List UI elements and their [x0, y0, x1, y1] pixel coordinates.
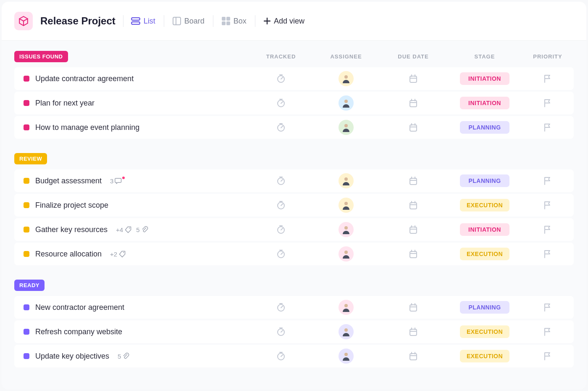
assignee-cell[interactable]	[312, 95, 380, 111]
tracked-cell[interactable]	[249, 249, 312, 259]
stage-pill[interactable]: EXECUTION	[460, 325, 509, 338]
assignee-avatar[interactable]	[339, 173, 354, 188]
assignee-avatar[interactable]	[339, 349, 354, 364]
status-dot-icon[interactable]	[24, 202, 29, 208]
priority-cell[interactable]	[522, 98, 573, 108]
stage-cell[interactable]: PLANNING	[447, 121, 522, 134]
task-row[interactable]: Gather key resources+45INITIATION	[14, 218, 574, 241]
task-row[interactable]: Plan for next yearINITIATION	[14, 92, 574, 114]
task-row[interactable]: Finalize project scopeEXECUTION	[14, 194, 574, 217]
priority-cell[interactable]	[522, 225, 573, 234]
group-badge[interactable]: REVIEW	[14, 153, 47, 164]
task-title[interactable]: Update key objectives	[35, 352, 109, 361]
due-date-cell[interactable]	[380, 176, 447, 185]
tracked-cell[interactable]	[249, 74, 312, 83]
due-date-cell[interactable]	[380, 327, 447, 336]
stage-pill[interactable]: INITIATION	[460, 97, 509, 109]
task-title[interactable]: Refresh company website	[35, 328, 122, 336]
task-title[interactable]: Resource allocation	[35, 250, 102, 259]
group-badge[interactable]: ISSUES FOUND	[14, 51, 68, 62]
stage-cell[interactable]: EXECUTION	[447, 199, 522, 211]
tracked-cell[interactable]	[249, 123, 312, 132]
task-title[interactable]: Update contractor agreement	[35, 74, 134, 83]
task-row[interactable]: Budget assessment3PLANNING	[14, 169, 574, 192]
status-dot-icon[interactable]	[24, 353, 29, 359]
tracked-cell[interactable]	[249, 201, 312, 210]
assignee-avatar[interactable]	[339, 222, 354, 237]
task-row[interactable]: How to manage event planningPLANNING	[14, 116, 574, 139]
stage-pill[interactable]: EXECUTION	[460, 350, 509, 362]
priority-cell[interactable]	[522, 176, 573, 185]
status-dot-icon[interactable]	[24, 178, 29, 184]
assignee-cell[interactable]	[312, 324, 380, 339]
priority-cell[interactable]	[522, 123, 573, 132]
task-row[interactable]: Update contractor agreementINITIATION	[14, 67, 574, 90]
status-dot-icon[interactable]	[24, 124, 29, 130]
task-title[interactable]: New contractor agreement	[35, 303, 124, 312]
task-title[interactable]: Plan for next year	[35, 99, 94, 108]
priority-cell[interactable]	[522, 249, 573, 259]
stage-cell[interactable]: EXECUTION	[447, 325, 522, 338]
view-tab-list[interactable]: List	[131, 17, 155, 26]
priority-cell[interactable]	[522, 303, 573, 312]
group-badge[interactable]: READY	[14, 280, 45, 291]
stage-pill[interactable]: EXECUTION	[460, 248, 509, 260]
status-dot-icon[interactable]	[24, 304, 29, 310]
view-tab-box[interactable]: Box	[222, 17, 247, 26]
assignee-avatar[interactable]	[339, 95, 354, 111]
stage-pill[interactable]: INITIATION	[460, 223, 509, 236]
task-row[interactable]: Resource allocation+2EXECUTION	[14, 243, 574, 265]
assignee-avatar[interactable]	[339, 246, 354, 262]
stage-cell[interactable]: EXECUTION	[447, 248, 522, 260]
task-title[interactable]: Finalize project scope	[35, 201, 108, 210]
stage-cell[interactable]: PLANNING	[447, 301, 522, 314]
tracked-cell[interactable]	[249, 351, 312, 361]
assignee-avatar[interactable]	[339, 71, 354, 86]
attachments-badge[interactable]: 5	[118, 352, 130, 360]
tags-badge[interactable]: +2	[110, 250, 126, 258]
stage-cell[interactable]: PLANNING	[447, 174, 522, 187]
task-row[interactable]: New contractor agreementPLANNING	[14, 296, 574, 319]
task-title[interactable]: How to manage event planning	[35, 123, 139, 132]
stage-cell[interactable]: INITIATION	[447, 97, 522, 109]
task-row[interactable]: Update key objectives5EXECUTION	[14, 345, 574, 367]
tracked-cell[interactable]	[249, 303, 312, 312]
due-date-cell[interactable]	[380, 201, 447, 210]
assignee-cell[interactable]	[312, 71, 380, 86]
assignee-cell[interactable]	[312, 246, 380, 262]
assignee-cell[interactable]	[312, 173, 380, 188]
due-date-cell[interactable]	[380, 74, 447, 83]
stage-cell[interactable]: INITIATION	[447, 223, 522, 236]
due-date-cell[interactable]	[380, 225, 447, 234]
add-view-button[interactable]: Add view	[264, 17, 304, 26]
due-date-cell[interactable]	[380, 123, 447, 132]
assignee-cell[interactable]	[312, 300, 380, 315]
priority-cell[interactable]	[522, 74, 573, 83]
stage-pill[interactable]: INITIATION	[460, 72, 509, 85]
tracked-cell[interactable]	[249, 176, 312, 185]
tracked-cell[interactable]	[249, 225, 312, 234]
priority-cell[interactable]	[522, 327, 573, 336]
status-dot-icon[interactable]	[24, 227, 29, 232]
due-date-cell[interactable]	[380, 303, 447, 312]
stage-pill[interactable]: PLANNING	[460, 301, 509, 314]
stage-cell[interactable]: INITIATION	[447, 72, 522, 85]
due-date-cell[interactable]	[380, 98, 447, 108]
stage-pill[interactable]: EXECUTION	[460, 199, 509, 211]
assignee-avatar[interactable]	[339, 198, 354, 213]
assignee-avatar[interactable]	[339, 120, 354, 135]
task-row[interactable]: Refresh company websiteEXECUTION	[14, 320, 574, 343]
assignee-cell[interactable]	[312, 349, 380, 364]
assignee-avatar[interactable]	[339, 324, 354, 339]
comments-badge[interactable]: 3	[110, 177, 126, 185]
stage-pill[interactable]: PLANNING	[460, 121, 509, 134]
stage-pill[interactable]: PLANNING	[460, 174, 509, 187]
tracked-cell[interactable]	[249, 98, 312, 108]
status-dot-icon[interactable]	[24, 76, 29, 82]
attachments-badge[interactable]: 5	[136, 226, 148, 233]
assignee-cell[interactable]	[312, 222, 380, 237]
status-dot-icon[interactable]	[24, 100, 29, 106]
status-dot-icon[interactable]	[24, 251, 29, 257]
due-date-cell[interactable]	[380, 351, 447, 361]
tags-badge[interactable]: +4	[116, 226, 132, 233]
